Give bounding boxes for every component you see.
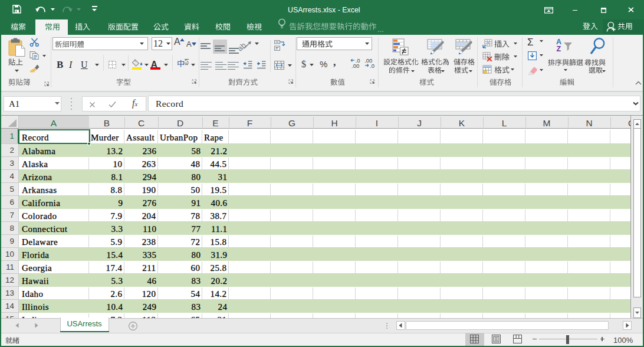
svg-text:.0: .0 [370,63,374,68]
svg-text:.00: .00 [351,63,359,68]
svg-text:Z: Z [557,45,561,52]
